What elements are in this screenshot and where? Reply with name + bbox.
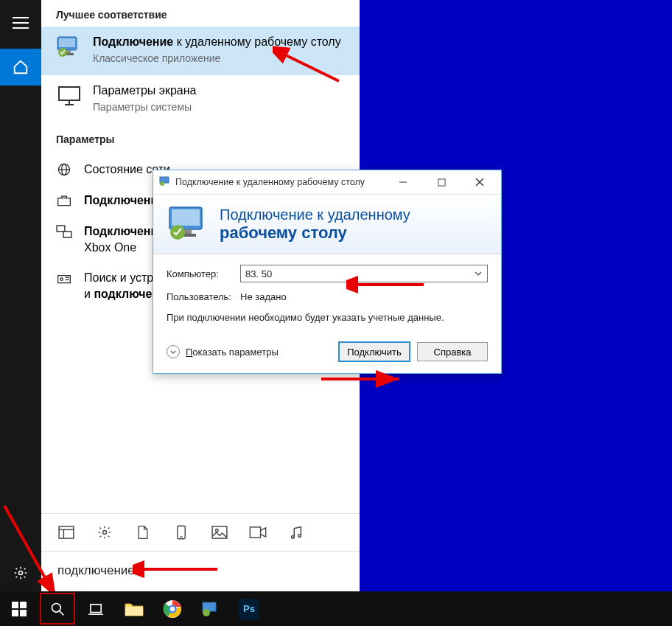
result-rdp-text: Подключение к удаленному рабочему столу … [93, 34, 345, 65]
help-button[interactable]: Справка [417, 342, 488, 361]
svg-rect-9 [59, 87, 80, 100]
hamburger-button[interactable] [0, 4, 41, 41]
chevron-down-circle-icon [167, 345, 180, 358]
computer-value: 83. 50 [245, 268, 272, 279]
dialog-body: Компьютер: 83. 50 Пользователь: Не задан… [153, 254, 501, 335]
svg-rect-28 [212, 526, 227, 538]
svg-rect-17 [63, 232, 71, 237]
filter-documents-icon[interactable] [134, 524, 152, 540]
briefcase-icon [56, 192, 72, 209]
photoshop-icon: Ps [239, 599, 259, 619]
rdp-taskbar-icon [200, 599, 221, 619]
dialog-titlebar[interactable]: Подключение к удаленному рабочему столу [153, 170, 501, 194]
user-value: Не задано [240, 291, 287, 302]
result-rdp-app[interactable]: Подключение к удаленному рабочему столу … [41, 27, 360, 75]
filter-settings-icon[interactable] [96, 524, 113, 540]
svg-rect-55 [91, 604, 101, 612]
monitor-icon [56, 83, 83, 109]
search-input-row[interactable]: подключение [41, 551, 360, 591]
search-input-text: подключение [57, 563, 135, 577]
taskbar-search-button[interactable] [38, 591, 77, 626]
computer-combobox[interactable]: 83. 50 [240, 265, 488, 282]
chevron-down-icon[interactable] [472, 268, 484, 279]
svg-rect-18 [58, 276, 71, 283]
taskbar-app-photoshop[interactable]: Ps [230, 591, 268, 626]
svg-rect-40 [172, 209, 200, 226]
computer-label: Компьютер: [167, 268, 240, 279]
connect-button[interactable]: Подключить [339, 342, 410, 361]
svg-rect-57 [125, 607, 143, 616]
cast-icon [56, 223, 72, 240]
chrome-icon [162, 599, 183, 619]
rdp-dialog: Подключение к удаленному рабочему столу … [153, 170, 502, 374]
rdp-icon [56, 34, 83, 60]
result-display-text: Параметры экрана Параметры системы [93, 83, 345, 114]
credentials-note: При подключении необходимо будет указать… [167, 311, 488, 324]
svg-rect-50 [20, 602, 27, 608]
svg-point-34 [160, 181, 164, 186]
svg-line-54 [60, 611, 64, 615]
taskbar-app-rdp[interactable] [192, 591, 230, 626]
svg-rect-15 [58, 198, 71, 206]
close-button[interactable] [463, 171, 497, 193]
filter-music-icon[interactable] [287, 524, 305, 540]
show-options-toggle[interactable]: Показать параметры [167, 345, 279, 358]
params-header: Параметры [41, 125, 360, 151]
svg-rect-49 [12, 602, 18, 608]
svg-rect-36 [438, 178, 444, 185]
user-label: Пользователь: [167, 291, 240, 302]
best-match-header: Лучшее соответствие [41, 0, 360, 27]
dialog-footer: Показать параметры Подключить Справка [153, 335, 501, 373]
minimize-button[interactable] [386, 171, 420, 193]
svg-point-53 [52, 603, 61, 612]
globe-icon [56, 161, 72, 178]
folder-icon [124, 599, 144, 619]
filter-toolbar [41, 513, 360, 551]
show-options-label: Показать параметры [186, 347, 279, 358]
banner-monitor-icon [167, 204, 209, 245]
result-display-settings[interactable]: Параметры экрана Параметры системы [41, 75, 360, 124]
svg-point-31 [292, 536, 295, 539]
svg-rect-30 [250, 527, 260, 538]
svg-rect-22 [59, 526, 74, 538]
svg-point-60 [170, 606, 175, 611]
svg-rect-5 [59, 38, 75, 47]
svg-point-25 [103, 531, 107, 535]
svg-rect-51 [12, 610, 18, 616]
filter-photos-icon[interactable] [211, 524, 228, 540]
dialog-banner: Подключение к удаленному рабочему столу [153, 194, 501, 254]
svg-rect-52 [20, 610, 27, 616]
filter-apps-icon[interactable] [57, 524, 75, 540]
svg-point-62 [203, 609, 210, 616]
filter-mobile-icon[interactable] [172, 524, 190, 540]
svg-point-29 [216, 529, 219, 532]
rdp-title-icon [159, 176, 171, 189]
svg-point-3 [19, 571, 23, 575]
filter-videos-icon[interactable] [249, 524, 267, 540]
task-view-button[interactable] [77, 591, 115, 626]
start-button[interactable] [0, 591, 38, 626]
svg-point-32 [298, 535, 301, 538]
taskbar: Ps [0, 591, 672, 626]
start-rail [0, 0, 41, 591]
rail-settings-button[interactable] [0, 554, 41, 591]
maximize-button[interactable] [424, 171, 458, 193]
taskbar-app-chrome[interactable] [153, 591, 192, 626]
radio-icon [56, 270, 72, 286]
dialog-title-text: Подключение к удаленному рабочему столу [175, 177, 365, 187]
home-button[interactable] [0, 49, 41, 86]
banner-text: Подключение к удаленному рабочему столу [220, 206, 410, 242]
svg-point-19 [60, 278, 63, 280]
taskbar-app-explorer[interactable] [115, 591, 153, 626]
svg-rect-16 [57, 226, 65, 232]
